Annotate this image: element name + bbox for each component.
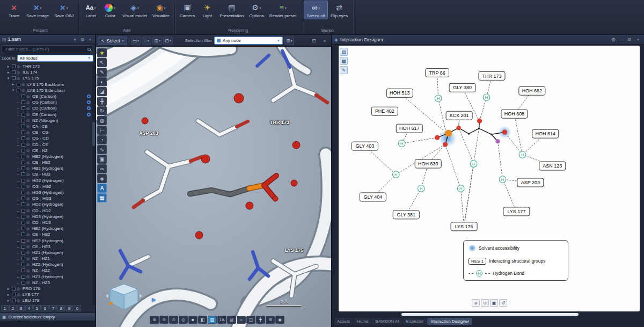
selection-filter-dropdown[interactable]: Any node ▼ [214, 37, 283, 45]
visibility-icon[interactable]: ◎ [26, 148, 31, 152]
expander-icon[interactable]: – [16, 185, 20, 188]
tree-node[interactable]: –◎HD2 (Hydrogen) [0, 201, 95, 207]
visibility-tool[interactable]: ◉ [275, 316, 284, 324]
float-icon[interactable]: ⊡ [79, 37, 85, 42]
node-checkbox[interactable] [21, 179, 25, 183]
expander-icon[interactable]: – [16, 113, 20, 117]
tree-node[interactable]: –◎CE (Carbon) [0, 112, 95, 118]
viewport-close[interactable]: × [320, 37, 330, 45]
preset-button-4[interactable]: 4 [25, 305, 33, 311]
tree-node[interactable]: –◎CB - CG [0, 129, 95, 135]
expander-icon[interactable]: – [16, 191, 20, 194]
tree-node[interactable]: –◎CE - HE3 [0, 244, 95, 250]
node-checkbox[interactable] [21, 172, 25, 176]
expander-icon[interactable]: – [16, 281, 20, 285]
tree-node[interactable]: –◎CB - HB3 [0, 171, 95, 177]
visibility-icon[interactable]: ◎ [26, 214, 31, 219]
visibility-icon[interactable]: ◎ [26, 184, 31, 188]
visibility-icon[interactable]: ◎ [26, 257, 31, 261]
tab-home[interactable]: Home [354, 318, 371, 325]
viewport-float[interactable]: ⊡ [309, 37, 319, 45]
expander-icon[interactable]: – [16, 130, 20, 134]
node-checkbox[interactable] [21, 268, 25, 272]
expander-icon[interactable]: – [16, 275, 20, 279]
node-checkbox[interactable] [21, 161, 25, 164]
tree-node[interactable]: –◎HB3 (Hydrogen) [0, 165, 95, 171]
label-scale-tool[interactable]: 1A [217, 316, 226, 324]
favorites-tool[interactable]: ★ [97, 48, 107, 57]
tree-node[interactable]: –◎HG3 (Hydrogen) [0, 190, 95, 195]
preset-button-3[interactable]: 3 [17, 305, 25, 311]
visibility-icon[interactable]: ◎ [26, 172, 31, 177]
expander-icon[interactable]: ▸ [6, 299, 11, 303]
node-checkbox[interactable] [21, 130, 25, 134]
look-in-dropdown[interactable]: All nodes ▼ [17, 55, 93, 62]
expander-icon[interactable]: – [16, 119, 20, 122]
expander-icon[interactable]: – [16, 239, 20, 243]
preset-button-1[interactable]: 1 [1, 305, 9, 311]
oxygen-atom[interactable] [443, 142, 448, 147]
node-checkbox[interactable] [21, 215, 25, 219]
close-icon[interactable]: × [635, 37, 641, 42]
node-checkbox[interactable] [12, 76, 16, 80]
visibility-icon[interactable]: ◎ [26, 191, 31, 195]
edit-tool[interactable]: ✎ [97, 68, 107, 77]
rotate-tool[interactable]: ↻ [97, 106, 107, 115]
tree-node[interactable]: ▸◎THR 173 [0, 63, 95, 69]
navigation-cube[interactable] [105, 281, 143, 313]
depth-cue-tool[interactable]: ≈ [237, 316, 246, 324]
visibility-icon[interactable]: ◎ [26, 208, 31, 213]
text-tool[interactable]: A [97, 184, 107, 193]
zoom-region-tool[interactable]: ⊙ [169, 316, 178, 324]
tree-node[interactable]: –◎HZ3 (Hydrogen) [0, 274, 95, 280]
tree-node[interactable]: –◎CB (Carbon) [0, 93, 95, 99]
expander-icon[interactable]: – [16, 136, 20, 140]
preset-button-0[interactable]: 0 [74, 305, 81, 311]
interaction-diagram-canvas[interactable]: HHHHHHHHHTRP 66THR 173GLY 380HOH 662HOH … [339, 46, 640, 311]
axes-tool[interactable]: ╋ [256, 316, 265, 324]
visibility-icon[interactable]: ◎ [26, 178, 31, 183]
style-tool[interactable]: ▦ [340, 57, 348, 65]
expander-icon[interactable]: – [16, 268, 20, 272]
close-icon[interactable]: × [87, 37, 93, 42]
tree-scrollbar[interactable] [92, 63, 95, 304]
tab-samson-ai[interactable]: SAMSON AI [372, 318, 402, 325]
tree-node[interactable]: –◎CE - NZ [0, 148, 95, 154]
node-checkbox[interactable] [21, 239, 25, 243]
expander-icon[interactable]: – [16, 251, 20, 255]
tree-node[interactable]: –◎HZ1 (Hydrogen) [0, 250, 95, 256]
save-tool[interactable]: ▣ [490, 299, 498, 307]
node-checkbox[interactable] [12, 299, 16, 302]
node-checkbox[interactable] [21, 113, 25, 117]
node-checkbox[interactable] [21, 106, 25, 110]
node-checkbox[interactable] [21, 202, 25, 206]
node-checkbox[interactable] [21, 100, 25, 104]
tree-node[interactable]: –◎HD3 (Hydrogen) [0, 214, 95, 220]
node-checkbox[interactable] [21, 251, 25, 255]
expander-icon[interactable]: – [16, 95, 20, 98]
fullscreen-tool[interactable]: ⊞ [266, 316, 275, 324]
label-tool[interactable]: ◈ [97, 174, 107, 183]
visibility-icon[interactable]: ◎ [17, 64, 21, 69]
paint-tool[interactable]: ◐ [97, 77, 107, 86]
visibility-icon[interactable]: ◎ [26, 274, 31, 279]
node-checkbox[interactable] [12, 293, 16, 296]
tree-node[interactable]: –◎NZ - HZ1 [0, 256, 95, 261]
select-mode-button[interactable]: ↖ Select ▾ [98, 37, 127, 45]
tree-node[interactable]: –◎CG (Carbon) [0, 99, 95, 105]
node-checkbox[interactable] [21, 209, 25, 213]
node-checkbox[interactable] [17, 89, 20, 92]
expander-icon[interactable]: – [16, 179, 20, 183]
visibility-icon[interactable]: ◎ [26, 263, 31, 267]
expander-icon[interactable]: – [16, 263, 20, 266]
visibility-icon[interactable]: ◎ [17, 299, 21, 303]
node-checkbox[interactable] [21, 119, 25, 122]
node-checkbox[interactable] [12, 64, 16, 68]
save-obj-button[interactable]: ×▾Save OBJ [52, 1, 76, 19]
pocket-tool[interactable]: ◍ [97, 116, 107, 125]
preset-button-8[interactable]: 8 [57, 305, 65, 311]
expander-icon[interactable]: ▸ [6, 64, 11, 69]
tab-inspector[interactable]: Inspector [402, 318, 427, 325]
tree-node[interactable]: ▸◎ILE 174 [0, 69, 95, 75]
selection-group-tool[interactable]: ⊞▾ [152, 37, 162, 45]
